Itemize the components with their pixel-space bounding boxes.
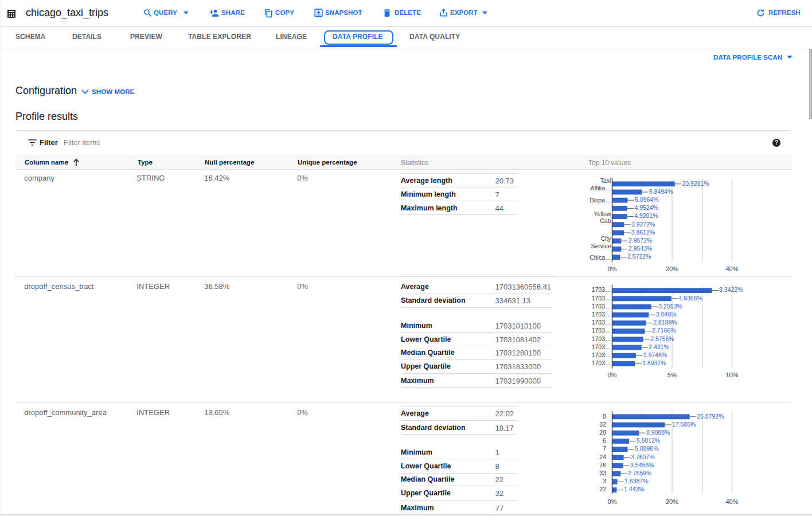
svg-text:2.5756%: 2.5756%: [650, 335, 674, 342]
svg-text:1.6387%: 1.6387%: [624, 478, 648, 484]
svg-text:Chica…: Chica…: [590, 254, 611, 261]
svg-text:5.0896%: 5.0896%: [635, 445, 658, 452]
svg-text:28: 28: [599, 429, 606, 436]
svg-text:5.0964%: 5.0964%: [635, 196, 658, 203]
svg-text:1703…: 1703…: [592, 319, 611, 326]
svg-text:5.6012%: 5.6012%: [637, 437, 660, 444]
svg-text:0%: 0%: [608, 265, 617, 272]
svg-text:1703…: 1703…: [592, 343, 611, 350]
svg-text:3.5456%: 3.5456%: [630, 462, 654, 468]
svg-text:3.8612%: 3.8612%: [631, 229, 655, 236]
svg-text:2.431%: 2.431%: [649, 343, 669, 350]
svg-text:4.9524%: 4.9524%: [634, 204, 658, 211]
svg-text:1703…: 1703…: [592, 351, 611, 358]
svg-text:0%: 0%: [608, 498, 617, 505]
svg-text:2.9543%: 2.9543%: [628, 245, 652, 252]
svg-text:8.9088%: 8.9088%: [646, 429, 670, 436]
svg-text:1.443%: 1.443%: [624, 486, 645, 492]
svg-text:1703…: 1703…: [592, 303, 611, 310]
svg-text:5%: 5%: [667, 372, 677, 378]
svg-text:4.9366%: 4.9366%: [678, 295, 702, 302]
svg-text:1703…: 1703…: [592, 359, 611, 366]
svg-text:7: 7: [603, 445, 606, 452]
svg-text:Affilia…: Affilia…: [591, 185, 611, 191]
svg-text:2.9572%: 2.9572%: [628, 237, 652, 244]
svg-text:1703…: 1703…: [592, 327, 611, 334]
svg-text:Dispa…: Dispa…: [590, 197, 611, 204]
svg-text:Yellow: Yellow: [594, 210, 611, 217]
svg-text:40%: 40%: [725, 498, 738, 505]
svg-text:1.8937%: 1.8937%: [642, 359, 666, 366]
svg-text:10%: 10%: [725, 372, 738, 378]
svg-text:4.9201%: 4.9201%: [634, 212, 658, 219]
svg-text:2.5722%: 2.5722%: [627, 253, 651, 260]
svg-text:24: 24: [599, 454, 606, 460]
svg-text:20%: 20%: [666, 498, 678, 505]
svg-text:8.3422%: 8.3422%: [719, 286, 743, 293]
svg-text:0%: 0%: [608, 372, 617, 378]
svg-text:20.9281%: 20.9281%: [682, 180, 709, 187]
svg-text:3.046%: 3.046%: [656, 311, 677, 318]
svg-text:1.9748%: 1.9748%: [643, 351, 667, 358]
svg-text:3.2553%: 3.2553%: [658, 303, 682, 310]
svg-text:8: 8: [603, 413, 606, 420]
svg-text:1703…: 1703…: [592, 286, 611, 293]
svg-text:Taxi: Taxi: [600, 177, 611, 184]
svg-text:2.8189%: 2.8189%: [653, 319, 677, 326]
svg-text:22: 22: [599, 486, 606, 492]
svg-text:33: 33: [599, 470, 606, 476]
svg-text:1703…: 1703…: [592, 295, 611, 302]
svg-text:2.7659%: 2.7659%: [628, 470, 651, 476]
svg-text:3: 3: [603, 478, 606, 484]
svg-text:Service: Service: [591, 243, 611, 249]
svg-text:1703…: 1703…: [592, 335, 611, 342]
svg-text:76: 76: [599, 462, 606, 468]
svg-text:3.9272%: 3.9272%: [631, 221, 655, 228]
svg-text:6: 6: [603, 437, 606, 444]
svg-text:City: City: [600, 235, 611, 242]
svg-text:9.8494%: 9.8494%: [649, 188, 673, 195]
svg-text:Cab: Cab: [600, 217, 611, 224]
svg-text:3.7607%: 3.7607%: [631, 454, 654, 460]
svg-text:32: 32: [599, 421, 606, 428]
svg-text:25.8792%: 25.8792%: [697, 413, 724, 420]
svg-text:40%: 40%: [725, 265, 738, 272]
svg-text:17.585%: 17.585%: [672, 421, 696, 428]
svg-text:2.7166%: 2.7166%: [652, 327, 676, 334]
svg-text:20%: 20%: [666, 265, 678, 272]
svg-text:1703…: 1703…: [592, 311, 611, 318]
